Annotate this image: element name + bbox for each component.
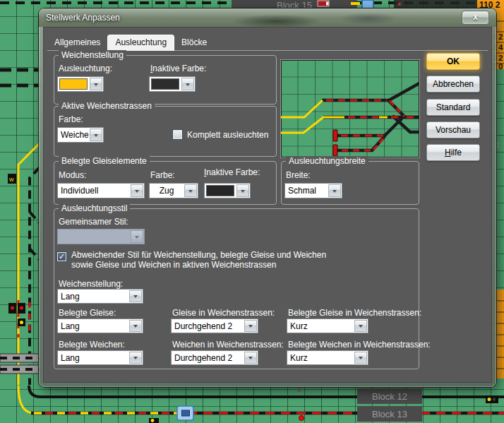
inaktive-farbe-color-dropdown[interactable] xyxy=(204,183,251,198)
svg-text:w: w xyxy=(8,176,14,183)
preview-button[interactable]: Vorschau xyxy=(426,121,480,138)
farbe-label: Farbe: xyxy=(150,170,175,180)
gray-dot-indicator xyxy=(297,388,301,392)
belegte-weichen-in-weichenstrassen-label: Belegte Weichen in Weichenstrassen: xyxy=(288,340,431,350)
dropdown-arrow-icon xyxy=(90,78,102,90)
ausleuchtung-color-dropdown[interactable] xyxy=(57,76,104,92)
inaktive-farbe-color-dropdown[interactable] xyxy=(149,76,196,92)
belegte-weichen-in-weichenstrassen-dropdown[interactable]: Kurz xyxy=(287,350,368,365)
group-title: Aktive Weichenstrassen xyxy=(59,101,155,111)
tab-ausleuchtung[interactable]: Ausleuchtung xyxy=(107,35,174,51)
belegte-gleise-dropdown[interactable]: Lang xyxy=(57,318,143,333)
inaktive-farbe-label: Inaktive Farbe: xyxy=(204,167,260,177)
dropdown-value: Individuell xyxy=(58,184,130,198)
dropdown-value: Kurz xyxy=(287,351,354,364)
group-title: Ausleuchtungsbreite xyxy=(286,156,368,166)
farbe-dropdown[interactable]: Weiche... xyxy=(57,127,104,143)
tab-allgemeines[interactable]: Allgemeines xyxy=(47,35,107,50)
belegte-gleise-label: Belegte Gleise: xyxy=(59,308,116,318)
dropdown-arrow-icon xyxy=(184,184,197,197)
red-dot-indicator xyxy=(299,416,304,421)
dialog-client-area: Allgemeines Ausleuchtung Blöcke Weichens… xyxy=(43,27,492,383)
weichen-in-weichenstrassen-dropdown[interactable]: Durchgehend 2 xyxy=(171,350,258,365)
belegte-weichen-dropdown[interactable]: Lang xyxy=(57,350,143,365)
dropdown-arrow-icon xyxy=(354,352,367,364)
help-button[interactable]: Hilfe xyxy=(426,144,480,161)
abweichender-stil-label: Abweichender Stil für Weichenstellung, b… xyxy=(71,250,340,270)
dropdown-arrow-icon xyxy=(129,352,142,364)
dropdown-value: Zug xyxy=(150,184,184,198)
dropdown-value: Lang xyxy=(58,319,128,333)
dropdown-value: Weiche... xyxy=(58,128,89,142)
dropdown-value xyxy=(58,230,130,244)
group-aktive-weichenstrassen: Aktive Weichenstrassen Farbe: Weiche... … xyxy=(54,106,277,157)
dropdown-arrow-icon xyxy=(244,320,257,332)
dropdown-arrow-icon xyxy=(181,78,194,90)
gemeinsamer-stil-label: Gemeinsamer Stil: xyxy=(59,217,128,227)
belegte-gleise-in-weichenstrassen-dropdown[interactable]: Kurz xyxy=(287,318,368,333)
ausleuchtung-label: Ausleuchtung: xyxy=(59,64,112,73)
group-ausleuchtungsstil: Ausleuchtungsstil Gemeinsamer Stil: ✓ Ab… xyxy=(54,208,419,369)
color-swatch-yellow xyxy=(59,78,88,90)
ausleuchtung-preview xyxy=(280,59,420,158)
buffer-stop-icon xyxy=(333,145,337,156)
dropdown-value: Durchgehend 2 xyxy=(172,319,244,333)
abweichender-stil-checkbox[interactable]: ✓ xyxy=(57,252,66,261)
signal-yellow-icon xyxy=(351,2,360,5)
group-title: Belegte Gleiselemente xyxy=(59,156,150,166)
screen: { "window": { "title": "Stellwerk Anpass… xyxy=(0,0,504,423)
group-weichenstellung: Weichenstellung Ausleuchtung: Inaktive F… xyxy=(54,55,277,105)
dropdown-arrow-icon xyxy=(129,290,142,302)
cancel-button[interactable]: Abbrechen xyxy=(426,76,480,93)
weichenstellung-stil-dropdown[interactable]: Lang xyxy=(57,289,143,304)
dropdown-value: Durchgehend 2 xyxy=(172,351,244,364)
farbe-label: Farbe: xyxy=(59,114,83,124)
group-title: Ausleuchtungsstil xyxy=(59,203,130,213)
ok-button[interactable]: OK xyxy=(426,53,480,70)
close-button[interactable]: x xyxy=(462,11,489,25)
modus-dropdown[interactable]: Individuell xyxy=(57,183,145,198)
group-ausleuchtungsbreite: Ausleuchtungsbreite Breite: Schmal xyxy=(281,161,419,205)
breite-dropdown[interactable]: Schmal xyxy=(284,183,342,198)
dropdown-arrow-icon xyxy=(328,184,341,197)
tab-strip: Allgemeines Ausleuchtung Blöcke xyxy=(47,34,488,51)
group-belegte-gleiselemente: Belegte Gleiselemente Modus: Individuell… xyxy=(54,161,277,205)
gleise-in-weichenstrassen-label: Gleise in Weichenstrassen: xyxy=(172,308,275,318)
title-bar[interactable]: Stellwerk Anpassen x xyxy=(39,8,496,27)
help-button-label: Hilfe xyxy=(445,145,462,160)
gemeinsamer-stil-dropdown[interactable] xyxy=(57,229,145,244)
gleise-in-weichenstrassen-dropdown[interactable]: Durchgehend 2 xyxy=(171,318,258,333)
dropdown-arrow-icon xyxy=(354,320,367,332)
breite-label: Breite: xyxy=(286,170,311,180)
weichenstellung-stil-label: Weichenstellung: xyxy=(59,279,123,289)
dropdown-arrow-icon xyxy=(244,352,257,364)
right-text: u xyxy=(496,20,500,28)
dropdown-arrow-icon xyxy=(129,320,142,332)
standard-button[interactable]: Standard xyxy=(426,99,480,116)
dropdown-arrow-icon xyxy=(131,184,143,197)
dialog-title: Stellwerk Anpassen xyxy=(46,8,120,27)
modus-label: Modus: xyxy=(59,170,86,180)
block12-label: Block 12 xyxy=(372,391,407,402)
dialog-stellwerk-anpassen: Stellwerk Anpassen x Allgemeines Ausleuc… xyxy=(39,8,496,387)
inaktive-farbe-label: Inaktive Farbe: xyxy=(150,64,206,73)
dropdown-value: Schmal xyxy=(285,184,328,198)
color-swatch-dark xyxy=(151,78,179,90)
dropdown-arrow-icon xyxy=(131,230,143,243)
dropdown-arrow-icon xyxy=(90,129,102,141)
weichen-in-weichenstrassen-label: Weichen in Weichenstrassen: xyxy=(172,340,284,350)
komplett-ausleuchten-label: Komplett ausleuchten xyxy=(187,130,268,140)
buffer-stop-icon xyxy=(333,130,337,141)
tab-bloecke[interactable]: Blöcke xyxy=(174,35,214,50)
komplett-ausleuchten-checkbox[interactable] xyxy=(173,130,182,139)
dropdown-arrow-icon xyxy=(236,184,249,197)
color-swatch-dark xyxy=(206,185,234,196)
belegte-gleise-in-weichenstrassen-label: Belegte Gleise in Weichenstrassen: xyxy=(288,308,421,318)
group-title: Weichenstellung xyxy=(59,50,126,60)
belegte-weichen-label: Belegte Weichen: xyxy=(59,340,125,350)
dropdown-value: Lang xyxy=(58,351,128,364)
farbe-dropdown[interactable]: Zug xyxy=(149,183,198,198)
dropdown-value: Lang xyxy=(58,290,128,303)
dropdown-value: Kurz xyxy=(287,319,354,333)
block13-label: Block 13 xyxy=(372,409,407,419)
